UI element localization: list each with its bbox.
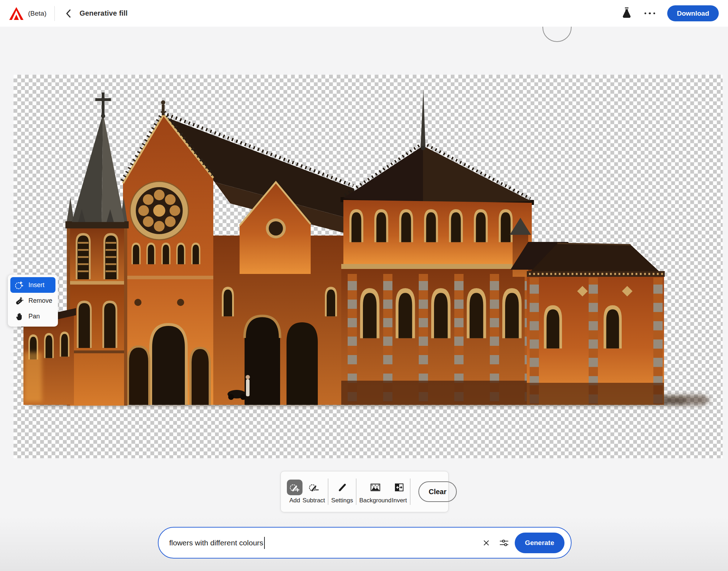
tool-menu-item-insert[interactable]: Insert: [10, 277, 55, 293]
generative-fill-app: (Beta) Generative fill Download: [0, 0, 728, 571]
download-button[interactable]: Download: [667, 5, 719, 21]
invert-button[interactable]: Invert: [391, 480, 407, 504]
experiments-button[interactable]: [621, 6, 632, 21]
generate-button[interactable]: Generate: [515, 533, 564, 553]
brush-cursor: [542, 27, 572, 42]
beaker-icon: [621, 6, 632, 19]
sliders-icon: [499, 538, 509, 548]
clear-x-icon: [483, 540, 489, 546]
header-right: Download: [621, 5, 728, 21]
page-title: Generative fill: [80, 9, 128, 17]
transparency-checkerboard: [14, 75, 723, 458]
selection-toolbar: Add Subtract: [280, 471, 449, 512]
tool-menu-item-pan[interactable]: Pan: [10, 308, 55, 324]
toolbar-label: Settings: [331, 497, 353, 504]
canvas-area[interactable]: Insert Remove: [0, 27, 728, 571]
toolbar-label: Add: [289, 497, 300, 504]
prompt-input[interactable]: flowers with different colours: [169, 537, 479, 549]
cathedral-image: [14, 75, 723, 458]
toolbar-label: Invert: [392, 497, 407, 504]
back-button[interactable]: [63, 7, 75, 20]
add-selection-button[interactable]: Add: [287, 480, 303, 504]
prompt-bar: flowers with different colours Generate: [158, 527, 572, 559]
settings-brush-icon: [334, 480, 350, 495]
clear-button[interactable]: Clear: [418, 481, 457, 502]
invert-icon: [391, 480, 407, 495]
adobe-logo-icon: [9, 7, 23, 20]
tool-menu-label: Remove: [28, 297, 52, 305]
background-icon: [368, 480, 383, 495]
more-options-icon: [644, 12, 647, 15]
tool-menu-item-remove[interactable]: Remove: [10, 293, 55, 308]
tool-menu: Insert Remove: [8, 275, 58, 327]
subtract-selection-button[interactable]: Subtract: [303, 480, 325, 504]
app-header: (Beta) Generative fill Download: [0, 0, 728, 27]
prompt-settings-button[interactable]: [497, 536, 511, 550]
insert-icon: [14, 280, 24, 290]
header-divider: [54, 6, 55, 21]
back-chevron-icon: [66, 9, 71, 18]
prompt-value: flowers with different colours: [169, 539, 263, 547]
pan-icon: [14, 312, 24, 321]
toolbar-divider: [328, 479, 328, 505]
settings-button[interactable]: Settings: [331, 480, 353, 504]
toolbar-divider: [410, 479, 411, 505]
header-left: (Beta) Generative fill: [0, 6, 128, 21]
clear-prompt-button[interactable]: [479, 536, 493, 550]
subtract-brush-icon: [306, 480, 322, 495]
more-options-button[interactable]: [642, 10, 658, 17]
tool-menu-label: Pan: [28, 313, 40, 320]
toolbar-divider: [356, 479, 357, 505]
toolbar-label: Background: [359, 497, 392, 504]
remove-icon: [14, 296, 24, 306]
background-button[interactable]: Background: [359, 480, 392, 504]
toolbar-label: Subtract: [303, 497, 325, 504]
text-caret: [264, 537, 265, 549]
tool-menu-label: Insert: [28, 281, 44, 289]
add-brush-icon: [287, 480, 303, 495]
beta-label: (Beta): [28, 10, 47, 17]
